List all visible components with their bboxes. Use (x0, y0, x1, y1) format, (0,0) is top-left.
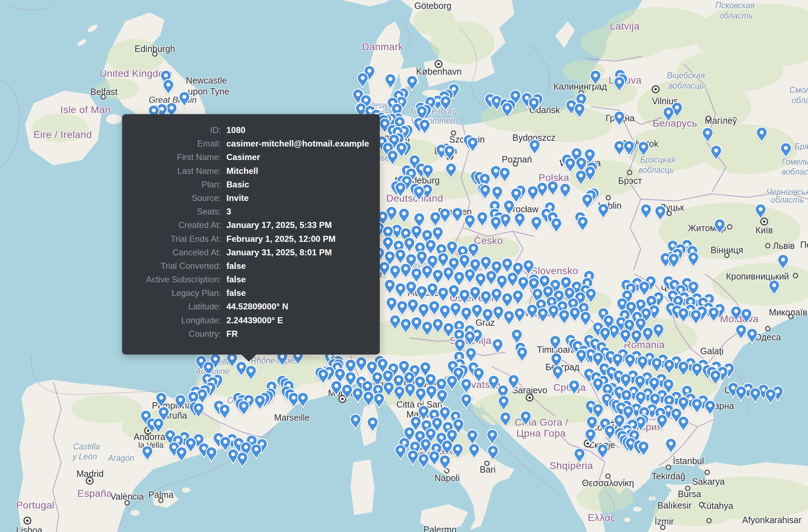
customer-pin-icon[interactable] (568, 379, 580, 396)
customer-pin-icon[interactable] (387, 150, 399, 166)
customer-pin-icon[interactable] (677, 307, 689, 324)
customer-pin-icon[interactable] (691, 362, 703, 379)
customer-pin-icon[interactable] (405, 281, 417, 297)
customer-pin-icon[interactable] (469, 286, 481, 302)
customer-pin-icon[interactable] (394, 444, 406, 461)
customer-pin-icon[interactable] (415, 387, 427, 404)
customer-pin-icon[interactable] (547, 304, 560, 321)
customer-pin-icon[interactable] (384, 279, 396, 295)
customer-pin-icon[interactable] (441, 440, 453, 456)
customer-pin-icon[interactable] (330, 380, 342, 397)
customer-pin-icon[interactable] (178, 91, 190, 107)
customer-pin-icon[interactable] (467, 137, 479, 153)
customer-pin-icon[interactable] (362, 391, 374, 407)
customer-pin-icon[interactable] (501, 102, 513, 118)
customer-pin-icon[interactable] (393, 385, 405, 402)
customer-pin-icon[interactable] (341, 384, 353, 400)
customer-pin-icon[interactable] (350, 414, 362, 430)
customer-pin-icon[interactable] (780, 142, 792, 159)
map-canvas[interactable]: United KingdomÉire / IrelandIsle of ManD… (0, 0, 808, 532)
customer-pin-icon[interactable] (529, 139, 541, 155)
customer-pin-icon[interactable] (597, 443, 609, 460)
customer-pin-icon[interactable] (768, 280, 780, 296)
customer-pin-icon[interactable] (613, 76, 625, 92)
customer-pin-icon[interactable] (549, 335, 561, 351)
customer-pin-icon[interactable] (482, 308, 494, 324)
customer-pin-icon[interactable] (516, 346, 528, 363)
customer-pin-icon[interactable] (471, 304, 483, 320)
customer-pin-icon[interactable] (486, 429, 498, 445)
customer-pin-icon[interactable] (702, 127, 714, 143)
customer-pin-icon[interactable] (735, 324, 747, 340)
customer-pin-icon[interactable] (439, 454, 451, 471)
customer-pin-icon[interactable] (476, 211, 488, 228)
customer-pin-icon[interactable] (236, 452, 248, 468)
customer-pin-icon[interactable] (691, 398, 703, 414)
customer-pin-icon[interactable] (777, 254, 789, 270)
customer-pin-icon[interactable] (373, 393, 385, 409)
customer-pin-icon[interactable] (464, 214, 476, 230)
customer-pin-icon[interactable] (755, 203, 767, 220)
customer-pin-icon[interactable] (677, 361, 689, 377)
customer-pin-icon[interactable] (746, 328, 758, 344)
customer-pin-icon[interactable] (385, 297, 398, 313)
customer-pin-icon[interactable] (520, 410, 532, 427)
customer-pin-icon[interactable] (490, 216, 502, 232)
customer-pin-icon[interactable] (735, 385, 747, 402)
customer-pin-icon[interactable] (514, 307, 526, 324)
customer-pin-icon[interactable] (398, 208, 410, 224)
customer-pin-icon[interactable] (460, 378, 472, 394)
customer-pin-icon[interactable] (687, 251, 699, 268)
customer-pin-icon[interactable] (613, 111, 625, 127)
customer-pin-icon[interactable] (547, 180, 559, 197)
customer-pin-icon[interactable] (507, 272, 519, 288)
customer-pin-icon[interactable] (577, 216, 589, 232)
customer-pin-icon[interactable] (436, 389, 448, 405)
customer-pin-icon[interactable] (575, 170, 587, 186)
customer-pin-icon[interactable] (413, 185, 425, 202)
customer-pin-icon[interactable] (141, 445, 153, 462)
customer-pin-icon[interactable] (665, 438, 677, 454)
customer-pin-icon[interactable] (530, 216, 542, 232)
customer-pin-icon[interactable] (448, 284, 460, 300)
customer-pin-icon[interactable] (464, 268, 476, 284)
customer-pin-icon[interactable] (473, 367, 485, 383)
customer-pin-icon[interactable] (419, 119, 431, 135)
customer-pin-icon[interactable] (584, 428, 597, 445)
customer-pin-icon[interactable] (740, 308, 752, 324)
customer-pin-icon[interactable] (250, 443, 262, 460)
customer-pin-icon[interactable] (492, 305, 504, 322)
customer-pin-icon[interactable] (704, 400, 716, 416)
customer-pin-icon[interactable] (619, 329, 631, 345)
customer-pin-icon[interactable] (219, 404, 231, 420)
customer-pin-icon[interactable] (352, 387, 364, 404)
customer-pin-icon[interactable] (426, 282, 439, 299)
customer-pin-icon[interactable] (445, 163, 457, 179)
customer-pin-icon[interactable] (245, 365, 257, 381)
customer-pin-icon[interactable] (579, 311, 592, 327)
customer-pin-icon[interactable] (485, 270, 497, 286)
customer-pin-icon[interactable] (514, 212, 526, 229)
customer-pin-icon[interactable] (451, 207, 463, 223)
customer-pin-icon[interactable] (624, 353, 636, 370)
customer-pin-icon[interactable] (400, 263, 412, 279)
customer-pin-icon[interactable] (175, 446, 188, 463)
customer-pin-icon[interactable] (559, 183, 571, 199)
customer-pin-icon[interactable] (569, 307, 581, 323)
customer-pin-icon[interactable] (193, 402, 205, 419)
customer-pin-icon[interactable] (710, 145, 722, 161)
customer-pin-icon[interactable] (575, 349, 587, 365)
customer-pin-icon[interactable] (765, 388, 777, 405)
customer-pin-icon[interactable] (452, 443, 464, 459)
customer-pin-icon[interactable] (503, 310, 515, 326)
customer-pin-icon[interactable] (238, 400, 250, 416)
customer-pin-icon[interactable] (662, 106, 675, 123)
customer-pin-icon[interactable] (573, 103, 586, 119)
customer-pin-icon[interactable] (499, 167, 511, 183)
customer-pin-icon[interactable] (638, 441, 650, 457)
customer-pin-icon[interactable] (709, 369, 722, 386)
customer-pin-icon[interactable] (668, 253, 680, 269)
customer-pin-icon[interactable] (552, 365, 564, 382)
customer-pin-icon[interactable] (400, 318, 412, 334)
customer-pin-icon[interactable] (642, 327, 654, 343)
